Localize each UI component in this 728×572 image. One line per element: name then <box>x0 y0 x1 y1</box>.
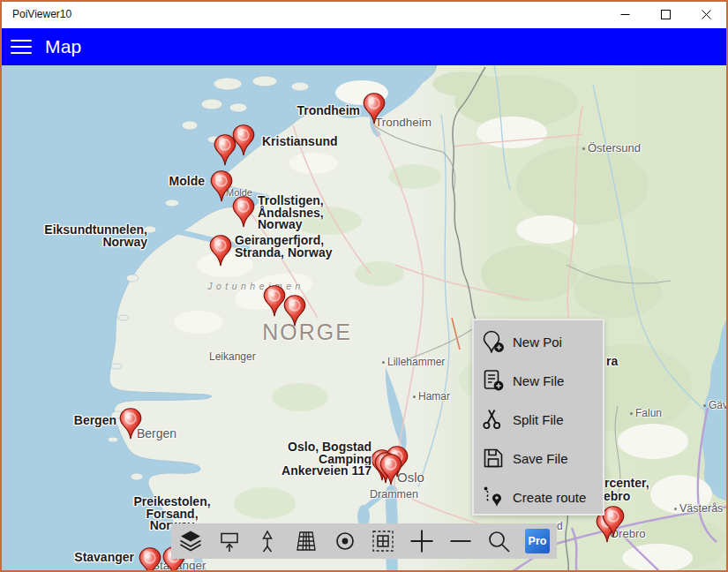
grid-3d-icon <box>293 528 319 554</box>
titlebar: PoiViewer10 <box>0 0 728 28</box>
compass-north-icon <box>254 528 281 554</box>
map-pin[interactable] <box>363 93 386 124</box>
map-canvas[interactable] <box>0 0 728 572</box>
menu-item-label: Create route <box>513 490 586 505</box>
menu-item-label: New File <box>513 373 564 388</box>
map-context-menu: New Poi New File Split File <box>472 319 604 516</box>
window-controls <box>604 0 726 28</box>
page-title: Map <box>45 36 81 57</box>
maximize-icon <box>661 10 671 19</box>
hamburger-menu-icon[interactable] <box>11 40 32 54</box>
map-pin[interactable] <box>209 235 232 267</box>
grid-3d-button[interactable] <box>289 523 324 559</box>
plus-icon <box>408 527 436 555</box>
map-toolbar: Pro <box>171 523 557 559</box>
locate-icon <box>332 528 358 554</box>
file-add-icon <box>474 369 513 392</box>
pro-button[interactable]: Pro <box>520 523 555 559</box>
scissors-icon <box>474 408 513 431</box>
pro-badge: Pro <box>525 529 550 553</box>
compass-north-button[interactable] <box>250 523 285 559</box>
close-button[interactable] <box>686 0 726 28</box>
search-button[interactable] <box>481 523 516 559</box>
layers-button[interactable] <box>173 523 208 559</box>
menu-item-new-poi[interactable]: New Poi <box>474 322 603 361</box>
locate-button[interactable] <box>327 523 363 559</box>
menu-item-new-file[interactable]: New File <box>474 361 603 400</box>
floppy-icon <box>474 447 513 470</box>
menu-item-split-file[interactable]: Split File <box>474 400 603 439</box>
map-pin[interactable] <box>283 295 306 327</box>
select-region-button[interactable] <box>365 523 401 559</box>
route-pin-icon <box>474 485 513 508</box>
menu-item-create-route[interactable]: Create route <box>474 478 603 516</box>
zoom-in-button[interactable] <box>404 523 439 559</box>
minimize-icon <box>620 10 630 19</box>
streetside-button[interactable] <box>212 523 247 559</box>
search-icon <box>485 528 512 554</box>
app-header: Map <box>0 28 728 65</box>
zoom-out-button[interactable] <box>443 523 478 559</box>
layers-icon <box>177 528 204 554</box>
menu-item-label: Save File <box>513 451 568 466</box>
select-region-icon <box>370 528 396 554</box>
map-pin[interactable] <box>602 506 625 538</box>
map-pin[interactable] <box>379 454 402 485</box>
menu-item-label: Split File <box>513 412 564 427</box>
map-pin[interactable] <box>119 408 142 440</box>
menu-item-save-file[interactable]: Save File <box>474 439 603 478</box>
minimize-button[interactable] <box>604 0 645 28</box>
minus-icon <box>447 527 475 555</box>
close-icon <box>702 10 711 19</box>
map-pin[interactable] <box>232 124 255 156</box>
pin-add-icon <box>474 330 513 353</box>
map-pin[interactable] <box>210 170 233 202</box>
map-pin[interactable] <box>139 547 161 572</box>
map-pin[interactable] <box>232 196 255 228</box>
menu-item-label: New Poi <box>513 335 562 350</box>
maximize-button[interactable] <box>645 0 686 28</box>
streetside-icon <box>216 528 243 554</box>
window-title: PoiViewer10 <box>12 8 71 20</box>
